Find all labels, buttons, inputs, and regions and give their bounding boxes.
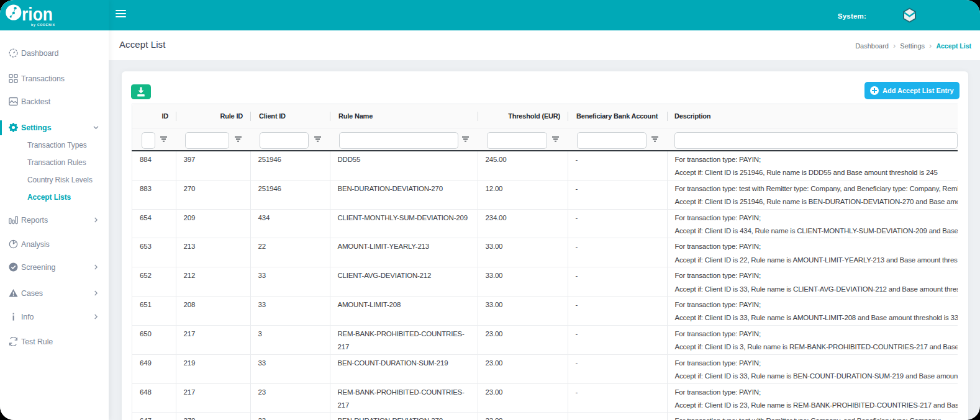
svg-text:rion: rion xyxy=(22,4,53,24)
svg-text:by CODENIX: by CODENIX xyxy=(31,23,55,27)
